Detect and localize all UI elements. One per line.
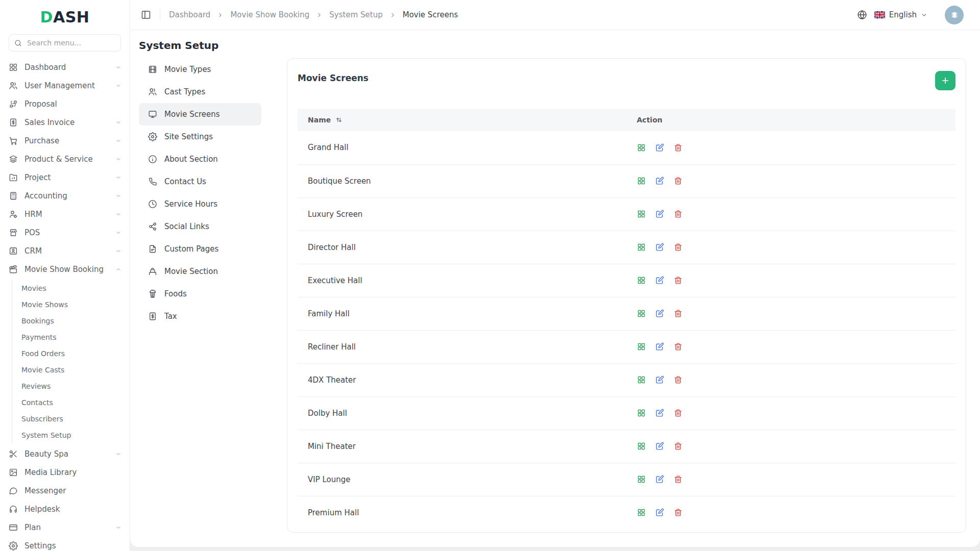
delete-action-icon[interactable] (674, 475, 682, 484)
setup-menu-item-custom-pages[interactable]: Custom Pages (139, 238, 261, 260)
delete-action-icon[interactable] (674, 442, 682, 450)
sidebar-subitem-contacts[interactable]: Contacts (12, 394, 130, 411)
sidebar-subitem-payments[interactable]: Payments (12, 329, 130, 345)
delete-action-icon[interactable] (674, 276, 682, 285)
main-area: DashboardMovie Show BookingSystem SetupM… (130, 0, 980, 551)
seat-layout-action-icon[interactable] (637, 243, 646, 252)
sidebar-item-pos[interactable]: POS (0, 223, 130, 242)
edit-action-icon[interactable] (655, 177, 664, 185)
sidebar-item-messenger[interactable]: Messenger (0, 482, 130, 500)
sidebar-item-proposal[interactable]: Proposal (0, 95, 130, 113)
sidebar-subitem-movie-shows[interactable]: Movie Shows (12, 296, 130, 313)
setup-menu-item-cast-types[interactable]: Cast Types (139, 81, 261, 103)
edit-action-icon[interactable] (655, 276, 664, 285)
setup-menu-item-foods[interactable]: Foods (139, 283, 261, 305)
edit-action-icon[interactable] (655, 442, 664, 450)
delete-action-icon[interactable] (674, 342, 682, 351)
sidebar-item-product-service[interactable]: Product & Service (0, 150, 130, 168)
sidebar-item-helpdesk[interactable]: Helpdesk (0, 500, 130, 518)
language-label: English (889, 10, 917, 19)
sidebar-item-label: Accounting (24, 191, 115, 201)
sidebar-item-plan[interactable]: Plan (0, 518, 130, 537)
setup-menu-item-movie-types[interactable]: Movie Types (139, 58, 261, 81)
setup-menu-item-site-settings[interactable]: Site Settings (139, 126, 261, 148)
seat-layout-action-icon[interactable] (637, 309, 646, 318)
avatar[interactable] (945, 6, 964, 24)
invoice-icon (148, 312, 157, 321)
sidebar-item-dashboard[interactable]: Dashboard (0, 58, 130, 77)
sidebar-item-accounting[interactable]: Accounting (0, 187, 130, 205)
seat-layout-action-icon[interactable] (637, 143, 646, 152)
sidebar-item-crm[interactable]: CRM (0, 242, 130, 260)
delete-action-icon[interactable] (674, 508, 682, 517)
sidebar-item-beauty-spa[interactable]: Beauty Spa (0, 445, 130, 463)
sidebar-subitem-reviews[interactable]: Reviews (12, 378, 130, 394)
sidebar-item-project[interactable]: Project (0, 168, 130, 187)
setup-menu-item-about-section[interactable]: About Section (139, 148, 261, 170)
edit-action-icon[interactable] (655, 243, 664, 252)
sidebar-item-user-management[interactable]: User Management (0, 77, 130, 95)
sidebar-subitem-system-setup[interactable]: System Setup (12, 427, 130, 443)
image-icon (9, 468, 18, 477)
action-cell (627, 330, 956, 363)
sort-icon[interactable] (335, 116, 342, 123)
sidebar-item-hrm[interactable]: HRM (0, 205, 130, 223)
edit-action-icon[interactable] (655, 342, 664, 351)
edit-action-icon[interactable] (655, 375, 664, 384)
delete-action-icon[interactable] (674, 375, 682, 384)
add-movie-screen-button[interactable] (935, 71, 955, 90)
delete-action-icon[interactable] (674, 143, 682, 152)
setup-menu-item-contact-us[interactable]: Contact Us (139, 170, 261, 193)
edit-action-icon[interactable] (655, 475, 664, 484)
delete-action-icon[interactable] (674, 177, 682, 185)
sidebar-item-media-library[interactable]: Media Library (0, 463, 130, 482)
sidebar-subitem-bookings[interactable]: Bookings (12, 313, 130, 329)
breadcrumb-link-system-setup[interactable]: System Setup (329, 10, 382, 19)
sidebar-item-label: User Management (24, 81, 115, 90)
seat-layout-action-icon[interactable] (637, 177, 646, 185)
seat-layout-action-icon[interactable] (637, 375, 646, 384)
sidebar-item-settings[interactable]: Settings (0, 537, 130, 551)
sidebar-toggle-icon[interactable] (141, 10, 151, 20)
breadcrumb-link-movie-show-booking[interactable]: Movie Show Booking (230, 10, 309, 19)
sidebar-subitem-movie-casts[interactable]: Movie Casts (12, 362, 130, 378)
seat-layout-action-icon[interactable] (637, 342, 646, 351)
seat-layout-action-icon[interactable] (637, 276, 646, 285)
screen-name-cell: Boutique Screen (298, 164, 627, 197)
app-logo: DASH (0, 0, 130, 31)
seat-layout-action-icon[interactable] (637, 409, 646, 417)
sidebar-item-movie-show-booking[interactable]: Movie Show Booking (0, 260, 130, 279)
seat-layout-action-icon[interactable] (637, 508, 646, 517)
sidebar-item-purchase[interactable]: Purchase (0, 132, 130, 150)
table-row: Family Hall (298, 297, 955, 330)
sidebar-subitem-food-orders[interactable]: Food Orders (12, 345, 130, 362)
table-row: 4DX Theater (298, 363, 955, 396)
setup-menu-label: Social Links (164, 222, 209, 231)
sidebar-subitem-movies[interactable]: Movies (12, 280, 130, 296)
setup-menu-item-service-hours[interactable]: Service Hours (139, 193, 261, 215)
sidebar-search[interactable] (9, 34, 121, 52)
edit-action-icon[interactable] (655, 508, 664, 517)
search-input[interactable] (26, 38, 115, 47)
delete-action-icon[interactable] (674, 409, 682, 417)
setup-menu-item-movie-screens[interactable]: Movie Screens (139, 103, 261, 126)
globe-icon[interactable] (857, 10, 867, 20)
sidebar-item-sales-invoice[interactable]: Sales Invoice (0, 113, 130, 132)
sidebar-subitem-subscribers[interactable]: Subscribers (12, 411, 130, 427)
edit-action-icon[interactable] (655, 409, 664, 417)
setup-menu-item-tax[interactable]: Tax (139, 305, 261, 328)
setup-menu-item-social-links[interactable]: Social Links (139, 215, 261, 238)
seat-layout-action-icon[interactable] (637, 210, 646, 218)
breadcrumb-link-dashboard[interactable]: Dashboard (169, 10, 210, 19)
delete-action-icon[interactable] (674, 243, 682, 252)
chevron-down-icon (115, 156, 121, 162)
edit-action-icon[interactable] (655, 210, 664, 218)
seat-layout-action-icon[interactable] (637, 442, 646, 450)
edit-action-icon[interactable] (655, 309, 664, 318)
language-selector[interactable]: English (874, 10, 927, 19)
seat-layout-action-icon[interactable] (637, 475, 646, 484)
delete-action-icon[interactable] (674, 210, 682, 218)
setup-menu-item-movie-section[interactable]: Movie Section (139, 260, 261, 283)
edit-action-icon[interactable] (655, 143, 664, 152)
delete-action-icon[interactable] (674, 309, 682, 318)
